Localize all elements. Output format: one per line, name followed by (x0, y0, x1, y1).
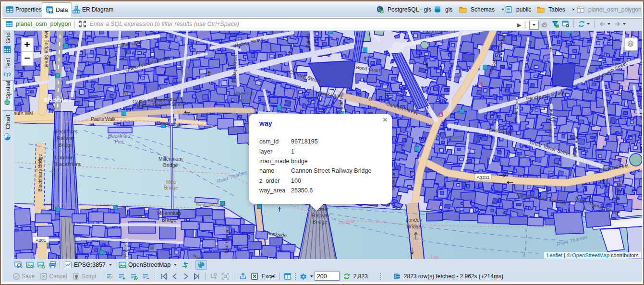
svg-text:A201: A201 (36, 238, 46, 243)
svg-text:Paul's Walk: Paul's Walk (91, 117, 116, 122)
svg-text:Blackfriars: Blackfriars (108, 133, 131, 139)
svg-text:Millennium: Millennium (157, 210, 181, 216)
svg-text:House: House (236, 97, 252, 103)
svg-text:Mincing Lane: Mincing Lane (547, 108, 554, 136)
svg-text:†: † (278, 205, 281, 213)
svg-text:T: T (5, 72, 9, 78)
svg-text:New Bridge Street: New Bridge Street (44, 31, 49, 68)
svg-text:Mansion: Mansion (233, 90, 255, 96)
svg-text:†: † (207, 70, 210, 77)
svg-text:Millennium: Millennium (158, 156, 182, 162)
svg-text:†: † (287, 49, 291, 57)
svg-text:†: † (108, 60, 111, 67)
svg-text:A3211: A3211 (477, 175, 490, 180)
svg-text:Queen: Queen (304, 34, 311, 49)
svg-text:Bridge: Bridge (164, 185, 178, 190)
svg-text:London: London (339, 219, 355, 225)
svg-text:Blackfriars Bridge: Blackfriars Bridge (37, 154, 43, 191)
svg-text:Bridge: Bridge (163, 162, 178, 168)
svg-text:†: † (363, 55, 366, 62)
svg-text:Railway: Railway (57, 135, 75, 141)
svg-text:Friday Street: Friday Street (231, 55, 238, 83)
svg-text:Pier: Pier (115, 139, 123, 144)
svg-text:Bankside Pier: Bankside Pier (196, 202, 224, 207)
svg-text:Bridge: Bridge (59, 142, 73, 148)
svg-text:London: London (55, 154, 74, 160)
svg-text:†: † (425, 61, 428, 69)
svg-text:Monument: Monument (436, 134, 463, 140)
svg-text:Blackfriars: Blackfriars (54, 161, 81, 167)
svg-text:London: London (405, 217, 422, 223)
svg-text:Cornhill: Cornhill (427, 31, 443, 34)
svg-text:†: † (549, 46, 552, 53)
svg-text:Blackfriars: Blackfriars (54, 129, 77, 134)
svg-text:Blackfriars: Blackfriars (44, 97, 72, 103)
svg-text:BT: BT (123, 92, 129, 97)
svg-text:&: & (479, 83, 482, 88)
svg-text:🏛: 🏛 (150, 245, 155, 250)
svg-text:&: & (439, 113, 442, 117)
svg-text:†: † (530, 158, 534, 166)
svg-text:Bridge: Bridge (313, 219, 328, 225)
svg-text:♻: ♻ (368, 96, 373, 102)
svg-text:Bridge: Bridge (162, 217, 177, 223)
svg-text:Railway: Railway (312, 213, 330, 218)
svg-text:Lon: Lon (431, 255, 439, 259)
svg-text:Mille: Mille (166, 179, 176, 185)
svg-text:Bridge: Bridge (407, 224, 422, 229)
svg-text:†: † (385, 93, 389, 100)
svg-text:†: † (601, 178, 605, 185)
svg-text:Bear Gardens: Bear Gardens (224, 226, 230, 253)
svg-text:Lo: Lo (638, 178, 642, 183)
svg-text:Hopton: Hopton (122, 242, 128, 257)
svg-text:Paul's Wal: Paul's Wal (14, 111, 33, 116)
